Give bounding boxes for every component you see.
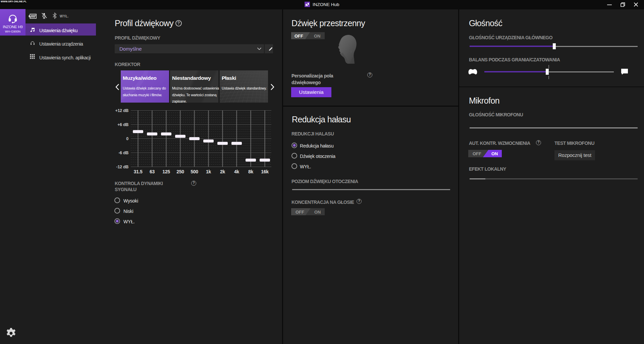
svg-text:8k: 8k — [248, 169, 253, 174]
svg-text:-12 dB: -12 dB — [116, 165, 129, 169]
svg-text:0: 0 — [126, 136, 128, 141]
svg-text:1k: 1k — [206, 169, 211, 174]
svg-text:4k: 4k — [234, 169, 239, 174]
svg-text:+6 dB: +6 dB — [117, 122, 128, 127]
svg-text:16k: 16k — [261, 169, 269, 174]
svg-text:-6 dB: -6 dB — [118, 151, 128, 155]
svg-text:125: 125 — [162, 169, 170, 174]
svg-text:+12 dB: +12 dB — [115, 108, 128, 113]
svg-text:2k: 2k — [220, 169, 225, 174]
svg-text:31.5: 31.5 — [133, 169, 143, 174]
svg-text:500: 500 — [191, 169, 198, 174]
svg-text:63: 63 — [150, 169, 155, 174]
svg-text:250: 250 — [176, 169, 184, 174]
